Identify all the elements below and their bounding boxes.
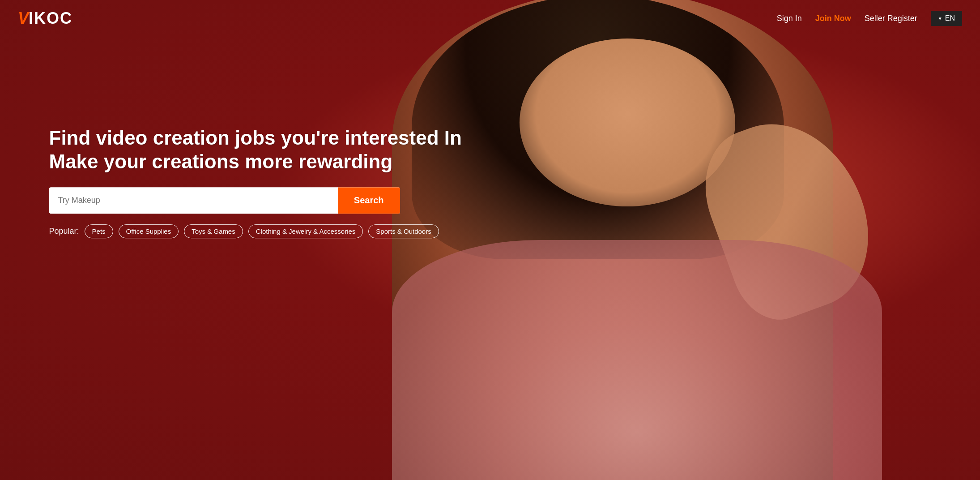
hero-title-line1: Find video creation jobs you're interest… (49, 127, 462, 149)
popular-row: Popular: Pets Office Supplies Toys & Gam… (49, 224, 462, 238)
lang-arrow-icon: ▼ (938, 16, 942, 21)
seller-register-link[interactable]: Seller Register (865, 14, 917, 23)
person-face (520, 39, 735, 206)
person-body (392, 240, 882, 480)
join-now-link[interactable]: Join Now (815, 14, 851, 23)
search-bar: Search (49, 187, 400, 214)
logo-text: IKOC (29, 9, 72, 28)
tag-clothing-jewelry[interactable]: Clothing & Jewelry & Accessories (248, 224, 363, 238)
search-button[interactable]: Search (338, 187, 400, 214)
hero-section: V IKOC Sign In Join Now Seller Register … (0, 0, 980, 480)
logo: V IKOC (18, 9, 72, 28)
popular-label: Popular: (49, 227, 79, 236)
tag-sports-outdoors[interactable]: Sports & Outdoors (368, 224, 439, 238)
nav-right: Sign In Join Now Seller Register ▼ EN (777, 11, 962, 26)
navbar: V IKOC Sign In Join Now Seller Register … (0, 0, 980, 37)
language-button[interactable]: ▼ EN (931, 11, 962, 26)
tag-pets[interactable]: Pets (85, 224, 113, 238)
signin-link[interactable]: Sign In (777, 14, 802, 23)
hero-content: Find video creation jobs you're interest… (49, 127, 462, 239)
tag-toys-games[interactable]: Toys & Games (184, 224, 243, 238)
lang-label: EN (945, 14, 955, 22)
search-input[interactable] (49, 188, 338, 213)
tag-office-supplies[interactable]: Office Supplies (119, 224, 179, 238)
hero-title: Find video creation jobs you're interest… (49, 127, 462, 174)
logo-v: V (18, 9, 28, 28)
hero-title-line2: Make your creations more rewarding (49, 150, 393, 172)
